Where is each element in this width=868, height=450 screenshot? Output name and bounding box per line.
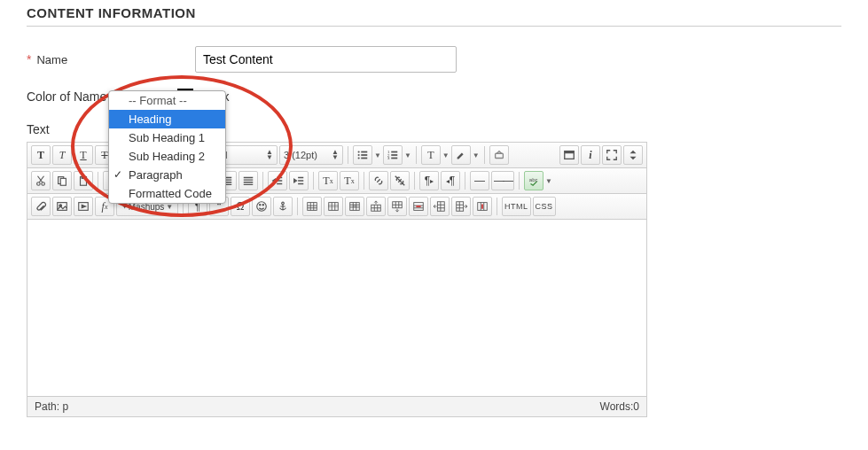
cut-button[interactable] <box>31 171 51 190</box>
insert-col-left-button[interactable] <box>430 197 450 216</box>
separator <box>414 172 415 190</box>
bullet-list-button[interactable] <box>353 145 372 165</box>
format-option-paragraph[interactable]: ✓Paragraph <box>109 166 225 184</box>
svg-point-0 <box>358 151 360 152</box>
svg-rect-32 <box>329 205 339 207</box>
svg-rect-5 <box>361 158 367 159</box>
superscript-button[interactable]: Tx <box>318 171 338 190</box>
copy-button[interactable] <box>52 171 72 190</box>
underline-button[interactable]: T <box>74 145 93 165</box>
svg-rect-9 <box>391 154 397 156</box>
paste-button[interactable] <box>74 171 93 190</box>
symbol-button[interactable]: Ω <box>231 197 250 216</box>
editor-statusbar: Path: p Words:0 <box>27 397 647 417</box>
svg-rect-14 <box>565 151 575 154</box>
svg-rect-12 <box>495 153 503 158</box>
highlight-color-button[interactable] <box>451 145 471 165</box>
format-dropdown-menu: -- Format -- Heading Sub Heading 1 Sub H… <box>108 90 226 204</box>
svg-point-15 <box>37 182 41 186</box>
spellcheck-button[interactable]: abc <box>524 171 543 190</box>
long-dash-button[interactable]: —— <box>491 171 514 190</box>
section-title: CONTENT INFORMATION <box>27 0 841 27</box>
indent-button[interactable] <box>289 171 309 190</box>
chevron-updown-icon: ▲▼ <box>332 150 339 160</box>
svg-point-16 <box>42 182 45 186</box>
label-group: * Name <box>27 52 186 66</box>
separator <box>262 172 263 190</box>
word-count: Words:0 <box>600 400 639 413</box>
table-cell-props-button[interactable] <box>345 197 364 216</box>
separator <box>497 198 497 215</box>
css-view-button[interactable]: CSS <box>533 197 556 216</box>
svg-rect-20 <box>82 176 85 179</box>
separator <box>313 172 314 190</box>
svg-rect-7 <box>391 151 397 153</box>
svg-point-26 <box>257 202 267 212</box>
collapse-button[interactable] <box>623 145 643 165</box>
font-size-dropdown[interactable]: 3 (12pt) ▲▼ <box>279 145 343 165</box>
svg-text:3: 3 <box>387 156 390 160</box>
format-option-header: -- Format -- <box>109 91 225 110</box>
insert-row-above-button[interactable] <box>366 197 386 216</box>
bold-button[interactable]: T <box>31 145 51 165</box>
info-button[interactable]: i <box>581 145 600 165</box>
image-button[interactable] <box>52 197 72 216</box>
insert-col-right-button[interactable] <box>451 197 471 216</box>
preview-button[interactable] <box>559 145 579 165</box>
delete-col-button[interactable] <box>473 197 492 216</box>
outdent-button[interactable] <box>268 171 287 190</box>
name-label: Name <box>36 53 67 66</box>
name-row: * Name <box>27 46 841 73</box>
rich-text-editor: T T T T ▲▼ al ▲▼ 3 (12pt) ▲▼ ▼ 123 ▼ T <box>27 142 647 417</box>
insert-table-button[interactable] <box>302 197 322 216</box>
separator <box>465 172 465 190</box>
format-option-formattedcode[interactable]: Formatted Code <box>109 184 225 203</box>
emoticon-button[interactable] <box>252 197 271 216</box>
separator <box>348 146 348 164</box>
html-view-button[interactable]: HTML <box>502 197 531 216</box>
table-row-props-button[interactable] <box>324 197 343 216</box>
numbered-list-button[interactable]: 123 <box>383 145 403 165</box>
separator <box>364 172 364 190</box>
separator <box>98 172 98 190</box>
svg-point-28 <box>262 205 263 206</box>
align-justify-button[interactable] <box>239 171 258 190</box>
check-icon: ✓ <box>113 168 122 181</box>
separator <box>519 172 520 190</box>
delete-row-button[interactable] <box>409 197 428 216</box>
clear-formatting-button[interactable] <box>489 145 509 165</box>
rtl-button[interactable]: ◂¶ <box>441 171 460 190</box>
link-button[interactable] <box>369 171 388 190</box>
svg-rect-1 <box>361 151 367 153</box>
ltr-button[interactable]: ¶▸ <box>419 171 439 190</box>
anchor-button[interactable] <box>273 197 293 216</box>
svg-rect-11 <box>391 158 397 159</box>
subscript-button[interactable]: Tx <box>340 171 359 190</box>
required-asterisk: * <box>27 52 31 66</box>
svg-point-2 <box>358 154 360 156</box>
svg-rect-3 <box>361 154 367 156</box>
svg-rect-30 <box>308 203 317 211</box>
text-color-button[interactable]: T <box>421 145 441 165</box>
separator <box>484 146 485 164</box>
separator <box>297 198 298 215</box>
format-option-heading[interactable]: Heading <box>109 110 225 128</box>
color-label: Color of Name <box>27 89 106 104</box>
format-option-subheading2[interactable]: Sub Heading 2 <box>109 147 225 166</box>
separator <box>416 146 417 164</box>
svg-point-4 <box>358 157 360 159</box>
attach-button[interactable] <box>31 197 51 216</box>
hr-button[interactable]: — <box>470 171 489 190</box>
path-display: Path: p <box>35 400 68 413</box>
chevron-updown-icon: ▲▼ <box>266 150 273 160</box>
fullscreen-button[interactable] <box>602 145 622 165</box>
editor-textarea[interactable] <box>27 220 647 397</box>
unlink-button[interactable] <box>390 171 410 190</box>
format-option-subheading1[interactable]: Sub Heading 1 <box>109 128 225 147</box>
name-input[interactable] <box>195 46 457 73</box>
italic-button[interactable]: T <box>52 145 72 165</box>
media-button[interactable] <box>74 197 93 216</box>
insert-row-below-button[interactable] <box>387 197 407 216</box>
svg-point-27 <box>260 205 261 206</box>
svg-rect-18 <box>60 178 66 185</box>
